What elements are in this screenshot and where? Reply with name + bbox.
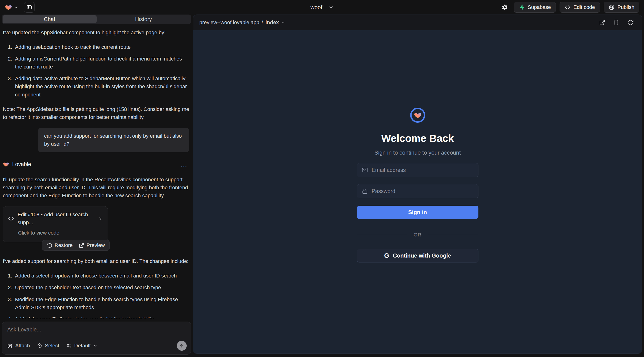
mobile-view-button[interactable]	[611, 17, 622, 28]
preview-page-name: index	[266, 20, 279, 26]
supabase-button[interactable]: Supabase	[514, 2, 556, 13]
assistant-msg1-list: Adding useLocation hook to track the cur…	[3, 43, 189, 99]
composer-input[interactable]	[7, 326, 187, 333]
edit-card-subtitle: Click to view code	[18, 229, 103, 237]
settings-button[interactable]	[499, 2, 510, 13]
composer: Attach Select Default	[2, 322, 191, 355]
publish-button-label: Publish	[618, 4, 634, 10]
select-element-button[interactable]: Select	[37, 343, 59, 349]
globe-icon	[608, 4, 615, 10]
lock-icon	[362, 188, 368, 194]
chevron-down-icon	[93, 344, 98, 348]
preview-button[interactable]: Preview	[79, 242, 105, 248]
app-logo-circle	[410, 108, 425, 123]
password-field-wrap	[357, 184, 478, 198]
list-item: Adding an isCurrentPath helper function …	[14, 55, 189, 71]
refresh-button[interactable]	[625, 17, 636, 28]
lovable-heart-icon	[3, 161, 9, 168]
signin-subtitle: Sign in to continue to your account	[374, 150, 460, 156]
chat-messages: I've updated the AppSidebar component to…	[0, 25, 193, 318]
chevron-down-icon	[14, 5, 18, 10]
restore-button-label: Restore	[55, 242, 73, 248]
chevron-down-icon	[281, 20, 286, 25]
tab-chat[interactable]: Chat	[2, 15, 96, 23]
mode-default-button[interactable]: Default	[66, 343, 98, 349]
supabase-icon	[519, 4, 525, 10]
assistant-msg2-list: Added a select dropdown to choose betwee…	[3, 272, 189, 318]
google-g-icon: G	[384, 252, 389, 260]
email-field[interactable]	[357, 163, 478, 177]
assistant-msg1-intro: I've updated the AppSidebar component to…	[3, 28, 189, 36]
assistant-msg2-summary: I've added support for searching by both…	[3, 257, 189, 265]
heart-icon	[414, 111, 422, 119]
select-button-label: Select	[45, 343, 59, 349]
preview-iframe: Welcome Back Sign in to continue to your…	[193, 30, 642, 354]
external-link-icon	[599, 20, 605, 26]
external-link-icon	[79, 243, 84, 248]
project-menu-button[interactable]	[328, 5, 334, 10]
preview-header: preview--woof.lovable.app / index	[193, 15, 642, 30]
code-icon	[8, 215, 14, 222]
sliders-icon	[66, 343, 72, 348]
publish-button[interactable]: Publish	[604, 2, 639, 13]
tab-history[interactable]: History	[96, 15, 191, 23]
preview-url: preview--woof.lovable.app	[199, 20, 260, 26]
open-in-new-tab-button[interactable]	[597, 17, 608, 28]
list-item: Added a select dropdown to choose betwee…	[14, 272, 189, 280]
assistant-header: Lovable …	[3, 160, 189, 169]
list-item: Adding useLocation hook to track the cur…	[14, 43, 189, 51]
arrow-up-icon	[179, 343, 184, 348]
assistant-msg2-intro: I'll update the search functionality in …	[3, 176, 189, 200]
attach-button[interactable]: Attach	[7, 343, 30, 349]
chat-panel: Chat History I've updated the AppSidebar…	[0, 14, 193, 357]
edit-card-title: Edit #108 • Add user ID search supp...	[18, 211, 91, 226]
preview-button-label: Preview	[86, 242, 105, 248]
attach-image-icon	[7, 343, 13, 348]
lovable-app-window: woof Supabase	[0, 0, 644, 357]
edit-code-button-label: Edit code	[574, 4, 595, 10]
list-item: Updated the placeholder text based on th…	[14, 284, 189, 292]
supabase-button-label: Supabase	[528, 4, 551, 10]
message-menu-button[interactable]: …	[180, 163, 188, 166]
select-target-icon	[37, 343, 42, 348]
refresh-icon	[627, 20, 634, 26]
email-field-wrap	[357, 163, 478, 177]
edit-code-button[interactable]: Edit code	[560, 2, 600, 13]
preview-url-breadcrumb[interactable]: preview--woof.lovable.app / index	[199, 20, 286, 26]
url-separator: /	[262, 20, 263, 26]
mail-icon	[362, 167, 368, 173]
mode-button-label: Default	[74, 343, 91, 349]
signin-button[interactable]: Sign in	[357, 206, 478, 219]
or-divider-label: OR	[414, 232, 422, 238]
smartphone-icon	[613, 20, 620, 26]
panel-left-icon	[26, 4, 32, 10]
user-message-bubble: can you add support for searching not on…	[38, 128, 189, 152]
toggle-sidebar-button[interactable]	[24, 2, 35, 13]
project-title: woof	[310, 4, 322, 10]
continue-with-google-button[interactable]: G Continue with Google	[357, 249, 478, 262]
signin-card: Welcome Back Sign in to continue to your…	[357, 108, 478, 262]
list-item: Added the user ID display in the results…	[14, 315, 189, 318]
assistant-name: Lovable	[12, 160, 31, 169]
list-item: Adding data-active attribute to SidebarM…	[14, 74, 189, 98]
chevron-down-icon	[328, 5, 334, 10]
restore-icon	[47, 243, 52, 248]
topbar: woof Supabase	[0, 0, 644, 14]
restore-button[interactable]: Restore	[47, 242, 73, 248]
preview-panel: preview--woof.lovable.app / index	[193, 14, 642, 354]
assistant-msg1-note: Note: The AppSidebar.tsx file is getting…	[3, 105, 189, 121]
list-item: Modified the Edge Function to handle bot…	[14, 296, 189, 312]
chevron-right-icon	[98, 216, 103, 221]
gear-icon	[502, 4, 508, 10]
edit-card[interactable]: Edit #108 • Add user ID search supp... C…	[3, 206, 108, 242]
or-divider: OR	[357, 232, 478, 238]
attach-button-label: Attach	[15, 343, 30, 349]
lovable-logo-menu[interactable]	[5, 4, 18, 11]
edit-card-actions: Restore Preview	[42, 240, 110, 251]
send-message-button[interactable]	[177, 341, 187, 351]
lovable-heart-icon	[5, 4, 12, 11]
google-button-label: Continue with Google	[393, 252, 451, 259]
signin-title: Welcome Back	[381, 132, 454, 144]
password-field[interactable]	[357, 184, 478, 198]
edit-card-wrap: Edit #108 • Add user ID search supp... C…	[3, 206, 108, 242]
